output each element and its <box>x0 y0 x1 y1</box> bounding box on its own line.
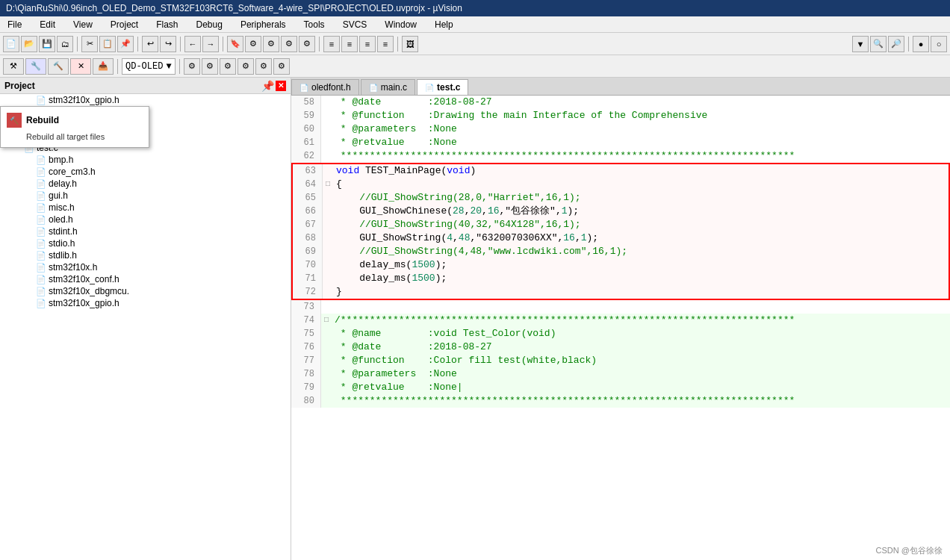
line-expand-icon[interactable]: □ <box>323 178 333 191</box>
separator3 <box>180 37 181 52</box>
menu-flash[interactable]: Flash <box>152 18 182 31</box>
line-expand-icon <box>323 258 333 272</box>
toolbar1: 📄 📂 💾 🗂 ✂ 📋 📌 ↩ ↪ ← → 🔖 ⚙ ⚙ ⚙ ⚙ ≡ ≡ ≡ ≡ … <box>0 33 950 55</box>
menu-svcs[interactable]: SVCS <box>338 18 372 31</box>
cut-button[interactable]: ✂ <box>81 36 98 52</box>
menu-view[interactable]: View <box>69 18 97 31</box>
line-number: 58 <box>291 96 321 109</box>
close-icon[interactable]: ✕ <box>276 81 286 91</box>
tb-right4[interactable]: ● <box>913 36 929 52</box>
tree-item[interactable]: 📄stdio.h <box>0 237 291 249</box>
undo-button[interactable]: ↩ <box>142 36 158 52</box>
line-number: 78 <box>291 367 321 381</box>
tree-item[interactable]: 📄oled.h <box>0 214 291 225</box>
tab-mainc[interactable]: 📄main.c <box>361 79 415 95</box>
image-btn[interactable]: 🖼 <box>402 36 418 52</box>
save-all-button[interactable]: 🗂 <box>57 36 73 52</box>
tab-label: oledfont.h <box>311 82 351 93</box>
menu-project[interactable]: Project <box>106 18 143 31</box>
line-number: 77 <box>291 354 321 367</box>
tree-item[interactable]: 📄core_cm3.h <box>0 166 291 178</box>
tb-right3[interactable]: 🔎 <box>888 36 904 52</box>
separator6 <box>397 37 398 52</box>
load-btn[interactable]: 🔧 <box>25 58 46 75</box>
menu-help[interactable]: Help <box>430 18 458 31</box>
build2-btn[interactable]: 🔨 <box>48 58 69 75</box>
indent-btn2[interactable]: ≡ <box>341 36 358 52</box>
build-btn[interactable]: ⚒ <box>3 58 24 75</box>
menu-window[interactable]: Window <box>380 18 421 31</box>
tb2-b2[interactable]: ⚙ <box>202 58 218 75</box>
paste-button[interactable]: 📌 <box>117 36 134 52</box>
bookmark-button[interactable]: 🔖 <box>227 36 243 52</box>
tooltip-header: 🔨 Rebuild <box>1 110 149 131</box>
menu-peripherals[interactable]: Peripherals <box>236 18 291 31</box>
line-content: delay_ms(1500); <box>333 258 447 272</box>
open-button[interactable]: 📂 <box>21 36 37 52</box>
load2-btn[interactable]: 📥 <box>93 58 114 75</box>
line-content: } <box>333 285 342 299</box>
tb2-b3[interactable]: ⚙ <box>220 58 236 75</box>
line-content: * @date :2018-08-27 <box>332 96 492 109</box>
tree-item[interactable]: 📄stm32f10x.h <box>0 261 291 273</box>
new-file-button[interactable]: 📄 <box>3 36 19 52</box>
indent-btn4[interactable]: ≡ <box>377 36 394 52</box>
indent-btn[interactable]: ≡ <box>323 36 340 52</box>
code-line: 74□/************************************… <box>291 314 950 327</box>
line-content: void TEST_MainPage(void) <box>333 164 476 178</box>
line-expand-icon <box>323 164 333 178</box>
build3-btn[interactable]: ✕ <box>70 58 91 75</box>
indent-btn3[interactable]: ≡ <box>359 36 376 52</box>
tree-item[interactable]: 📄stm32f10x_conf.h <box>0 273 291 285</box>
line-expand-icon <box>323 272 333 285</box>
tb2-b1[interactable]: ⚙ <box>184 58 200 75</box>
code-view[interactable]: 58 * @date :2018-08-2759 * @function :Dr… <box>291 96 950 560</box>
save-button[interactable]: 💾 <box>39 36 55 52</box>
line-number: 66 <box>293 205 323 218</box>
pin-icon[interactable]: 📌 <box>261 80 274 92</box>
code-line: 80 *************************************… <box>291 394 950 408</box>
tree-item[interactable]: 📄stm32f10x_gpio.h <box>0 297 291 309</box>
line-number: 61 <box>291 136 321 149</box>
target-dropdown[interactable]: QD-OLED ▼ <box>122 58 176 75</box>
redo-button[interactable]: ↪ <box>160 36 176 52</box>
tb2-b4[interactable]: ⚙ <box>238 58 254 75</box>
tree-item[interactable]: 📄delay.h <box>0 178 291 190</box>
line-number: 79 <box>291 381 321 394</box>
tree-item[interactable]: 📄bmp.h <box>0 154 291 166</box>
tree-item[interactable]: 📄stm32f10x_dbgmcu. <box>0 285 291 297</box>
tab-testc[interactable]: 📄test.c <box>417 79 468 95</box>
tree-item[interactable]: 📄stdlib.h <box>0 249 291 261</box>
tb-right2[interactable]: 🔍 <box>870 36 887 52</box>
tree-item[interactable]: 📄stdint.h <box>0 225 291 237</box>
code-line: 75 * @name :void Test_Color(void) <box>291 327 950 340</box>
line-content: * @function :Drawing the main Interface … <box>332 109 707 122</box>
fwd-button[interactable]: → <box>202 36 219 52</box>
tree-item[interactable]: 📄gui.h <box>0 190 291 202</box>
tb2-b6[interactable]: ⚙ <box>273 58 290 75</box>
code-line: 66 GUI_ShowChinese(28,20,16,"包谷徐徐",1); <box>291 205 950 218</box>
line-expand-icon <box>321 109 332 122</box>
line-expand-icon <box>321 381 332 394</box>
tb8[interactable]: ⚙ <box>299 36 315 52</box>
menu-tools[interactable]: Tools <box>299 18 329 31</box>
tb-right1[interactable]: ▼ <box>852 36 869 52</box>
title-text: D:\QianRuShi\0.96inch_OLED_Demo_STM32F10… <box>6 3 462 13</box>
sep-tb3 <box>179 59 180 74</box>
line-content: GUI_ShowChinese(28,20,16,"包谷徐徐",1); <box>333 205 579 218</box>
tb5[interactable]: ⚙ <box>245 36 261 52</box>
line-expand-icon[interactable]: □ <box>321 314 332 327</box>
copy-button[interactable]: 📋 <box>99 36 116 52</box>
tb7[interactable]: ⚙ <box>281 36 297 52</box>
menu-edit[interactable]: Edit <box>35 18 60 31</box>
menu-file[interactable]: File <box>3 18 26 31</box>
tb-right5[interactable]: ○ <box>931 36 947 52</box>
menu-debug[interactable]: Debug <box>192 18 227 31</box>
tb6[interactable]: ⚙ <box>263 36 279 52</box>
tab-oledfonth[interactable]: 📄oledfont.h <box>291 79 359 95</box>
back-button[interactable]: ← <box>184 36 201 52</box>
line-number: 75 <box>291 327 321 340</box>
tree-item[interactable]: 📄misc.h <box>0 202 291 214</box>
tree-item[interactable]: 📄stm32f10x_gpio.h <box>0 94 291 106</box>
tb2-b5[interactable]: ⚙ <box>255 58 272 75</box>
